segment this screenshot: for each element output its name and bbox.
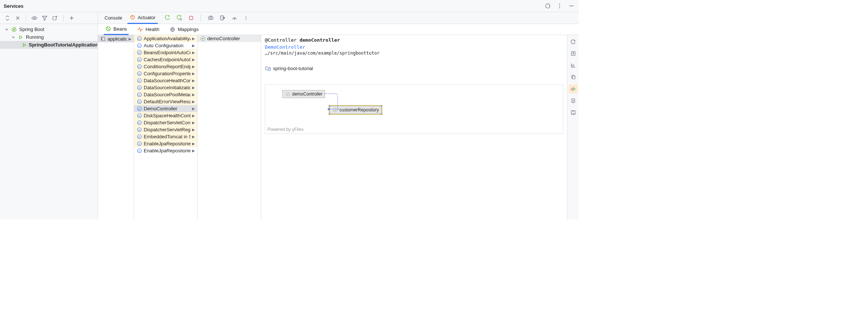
- chevron-down-icon: [4, 27, 10, 32]
- module-folder-icon: [265, 65, 271, 71]
- refresh-icon[interactable]: [569, 37, 578, 46]
- tree-root-spring-boot[interactable]: Spring Boot: [0, 25, 98, 33]
- expand-collapse-icon[interactable]: [4, 14, 11, 22]
- exit-icon[interactable]: [219, 14, 226, 22]
- tree-label: Running: [26, 34, 44, 40]
- source-path: …/src/main/java/com/example/springboottu…: [265, 51, 563, 56]
- chevron-right-icon: ▶: [192, 149, 195, 153]
- subtab-health[interactable]: Health: [136, 24, 161, 35]
- svg-text:C: C: [138, 51, 140, 55]
- context-application[interactable]: application ▶: [98, 35, 134, 42]
- bean-item[interactable]: CApplicationAvailabilityAut▶: [134, 35, 197, 42]
- panel-title: Services: [4, 3, 24, 9]
- bean-item[interactable]: CDispatcherServletConfigu▶: [134, 119, 197, 126]
- more-icon[interactable]: [242, 14, 250, 22]
- run-icon: [22, 42, 27, 48]
- camera-icon[interactable]: [207, 14, 214, 22]
- bean-item[interactable]: CCachesEndpointAutoCon▶: [134, 56, 197, 63]
- more-icon[interactable]: [556, 2, 563, 10]
- bean-item[interactable]: CConditionsReportEndpoin▶: [134, 63, 197, 70]
- chevron-right-icon: ▶: [192, 114, 195, 118]
- svg-text:C: C: [138, 142, 140, 146]
- rerun-icon[interactable]: [164, 14, 171, 22]
- subtab-beans[interactable]: Beans: [104, 24, 129, 35]
- bean-item[interactable]: CConfigurationPropertiesR▶: [134, 70, 197, 77]
- yfiles-label: Powered by yFiles: [267, 127, 304, 132]
- tree-label: Spring Boot: [19, 27, 44, 32]
- svg-point-2: [559, 6, 560, 6]
- bean-item[interactable]: CEnableJpaRepositoriesCo▶: [134, 147, 197, 154]
- bean-item[interactable]: CEnableJpaRepositoriesCo▶: [134, 140, 197, 147]
- tab-actuator[interactable]: Actuator: [127, 12, 158, 24]
- rerun-config-icon[interactable]: [175, 14, 183, 22]
- add-icon[interactable]: [68, 14, 75, 22]
- bean-democontroller[interactable]: demoController: [198, 35, 261, 42]
- tree-label: SpringBootTutorialApplication: [29, 42, 98, 48]
- new-session-icon[interactable]: [51, 14, 59, 22]
- bean-item[interactable]: CDataSourceInitializationC▶: [134, 84, 197, 91]
- svg-text:C: C: [138, 135, 140, 139]
- svg-text:C: C: [138, 86, 140, 90]
- bean-item[interactable]: CEmbeddedTomcat in Serv▶: [134, 133, 197, 140]
- bean-item[interactable]: CDispatcherServletRegistra▶: [134, 126, 197, 133]
- health-icon: [137, 27, 143, 32]
- dependency-diagram[interactable]: demoController customerRepository Powere…: [265, 84, 563, 134]
- chevron-right-icon: ▶: [192, 44, 195, 48]
- minimize-icon[interactable]: [568, 2, 575, 10]
- service-tree: Spring Boot Running SpringBootTutorialAp…: [0, 24, 98, 50]
- bean-item[interactable]: CBeansEndpointAutoConfi▶: [134, 49, 197, 56]
- svg-text:C: C: [138, 107, 140, 111]
- diagram-edge: [265, 85, 376, 133]
- svg-rect-5: [53, 17, 56, 20]
- tab-console[interactable]: Console: [102, 12, 124, 24]
- svg-text:C: C: [138, 100, 140, 104]
- bean-item[interactable]: CDataSourceHealthContrib▶: [134, 77, 197, 84]
- svg-text:C: C: [138, 65, 140, 69]
- svg-point-13: [234, 19, 235, 20]
- module-icon: [100, 36, 106, 42]
- eye-icon[interactable]: [31, 14, 38, 22]
- chevron-right-icon: ▶: [192, 72, 195, 76]
- subtab-mappings[interactable]: Mappings: [168, 24, 200, 35]
- svg-rect-20: [101, 38, 102, 38]
- doc-icon[interactable]: [569, 96, 578, 105]
- bean-detail: @Controller demoController DemoControlle…: [261, 35, 567, 219]
- svg-text:C: C: [138, 114, 140, 118]
- class-icon: C: [136, 85, 142, 91]
- chart-icon[interactable]: [569, 61, 578, 70]
- left-toolbar: [0, 12, 98, 24]
- class-icon: C: [136, 134, 142, 140]
- class-icon: C: [136, 36, 142, 42]
- chevron-right-icon: ▶: [192, 37, 195, 41]
- code-icon[interactable]: [569, 84, 578, 93]
- stop-icon[interactable]: [187, 14, 195, 22]
- svg-text:C: C: [138, 128, 140, 132]
- class-icon: C: [136, 50, 142, 56]
- svg-text:C: C: [138, 37, 140, 41]
- svg-text:C: C: [138, 149, 140, 153]
- filter-icon[interactable]: [41, 14, 48, 22]
- bean-item[interactable]: CDemoController▶: [134, 105, 197, 112]
- actuator-icon: [130, 14, 136, 20]
- bean-item[interactable]: CDiskSpaceHealthContribu▶: [134, 112, 197, 119]
- layout-up-icon[interactable]: [569, 49, 578, 58]
- gauge-icon[interactable]: [230, 14, 238, 22]
- layout-down-icon[interactable]: [569, 108, 578, 117]
- close-x-icon[interactable]: [14, 14, 21, 22]
- class-icon: C: [136, 148, 142, 154]
- tree-app[interactable]: SpringBootTutorialApplication :80: [0, 41, 98, 49]
- load-icon[interactable]: [544, 2, 551, 10]
- class-link[interactable]: DemoController: [265, 44, 305, 50]
- copy-icon[interactable]: [569, 73, 578, 82]
- bean-item[interactable]: CDataSourcePoolMetadata▶: [134, 91, 197, 98]
- svg-text:C: C: [138, 79, 140, 83]
- svg-rect-62: [573, 76, 575, 79]
- svg-rect-57: [268, 69, 270, 70]
- bean-item[interactable]: CAuto Configuration▶: [134, 42, 197, 49]
- chevron-down-icon: [10, 34, 16, 40]
- svg-text:C: C: [138, 58, 140, 62]
- tree-running[interactable]: Running: [0, 33, 98, 41]
- chevron-right-icon: ▶: [192, 121, 195, 125]
- bean-item[interactable]: CDefaultErrorViewResolver▶: [134, 98, 197, 105]
- right-tool-strip: [567, 35, 579, 219]
